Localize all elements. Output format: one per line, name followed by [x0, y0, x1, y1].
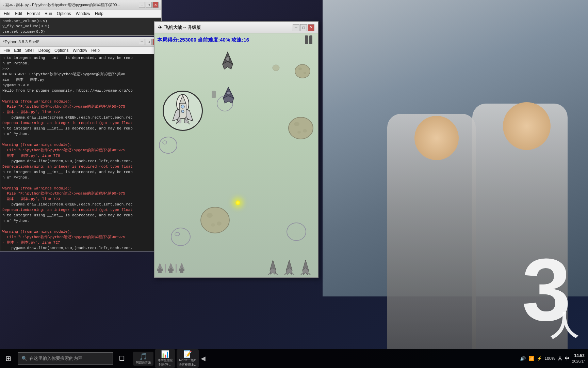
- svg-point-25: [163, 141, 167, 144]
- game-pause-button[interactable]: [305, 35, 312, 44]
- search-box[interactable]: 🔍 在这里输入你要搜索的内容: [18, 352, 113, 365]
- svg-rect-40: [160, 271, 162, 273]
- svg-point-22: [303, 129, 307, 133]
- shell-menu-shell[interactable]: Shell: [23, 47, 36, 53]
- windows-logo-btn[interactable]: ⊞: [0, 349, 16, 368]
- game-lives-left: [157, 261, 201, 275]
- svg-rect-54: [182, 271, 183, 273]
- svg-marker-58: [275, 273, 278, 275]
- svg-point-28: [217, 221, 222, 226]
- svg-point-32: [171, 228, 190, 246]
- taskbar-app-ncre[interactable]: 📝 NCRE二级C语言模拟上...: [177, 349, 199, 368]
- svg-point-19: [304, 72, 306, 74]
- svg-marker-57: [267, 273, 271, 275]
- tray-volume[interactable]: 🔊: [520, 356, 526, 361]
- task-view-btn[interactable]: ❑: [114, 351, 129, 366]
- shell-menu-window[interactable]: Window: [71, 47, 89, 53]
- svg-point-20: [289, 117, 313, 139]
- idle-minimize-btn[interactable]: ─: [139, 2, 145, 8]
- svg-rect-44: [168, 269, 170, 271]
- search-placeholder: 在这里输入你要搜索的内容: [29, 355, 82, 362]
- svg-point-29: [211, 223, 215, 227]
- tray-network[interactable]: 📶: [528, 356, 534, 361]
- idle-close-btn[interactable]: ✕: [152, 2, 159, 8]
- game-content: 本局得分:253000 当前难度:40% 攻速:16: [154, 33, 318, 277]
- menu-file[interactable]: File: [2, 11, 12, 17]
- svg-marker-62: [291, 273, 295, 275]
- shell-titlebar[interactable]: *Python 3.8.3 Shell* ─ □ ✕: [0, 37, 161, 47]
- svg-marker-61: [284, 273, 287, 275]
- idle-title: - 副本 - 副本.py - F:\python软件\python笔记\pyga…: [3, 2, 120, 7]
- battery-percent: 100%: [545, 356, 555, 361]
- svg-marker-36: [158, 263, 162, 268]
- shell-maximize-btn[interactable]: □: [146, 39, 152, 45]
- svg-point-30: [287, 223, 306, 241]
- svg-point-34: [273, 65, 279, 71]
- shell-minimize-btn[interactable]: ─: [139, 39, 145, 45]
- svg-rect-45: [172, 269, 174, 271]
- game-title-area: ✈ 飞机大战 -- 升级版: [158, 24, 201, 31]
- menu-edit[interactable]: Edit: [13, 11, 24, 17]
- asteroid-7: [170, 227, 192, 248]
- svg-marker-43: [169, 263, 173, 268]
- svg-point-17: [295, 64, 310, 78]
- shell-menu-edit[interactable]: Edit: [12, 47, 23, 53]
- game-score-display: 本局得分:253000 当前难度:40% 攻速:16: [157, 37, 249, 43]
- menu-window[interactable]: Window: [74, 11, 92, 17]
- asteroid-3: [158, 136, 178, 156]
- menu-options[interactable]: Options: [55, 11, 73, 17]
- game-close-btn[interactable]: ✕: [308, 24, 314, 31]
- game-maximize-btn[interactable]: □: [300, 24, 307, 31]
- svg-point-12: [181, 110, 184, 113]
- shell-window[interactable]: *Python 3.8.3 Shell* ─ □ ✕ File Edit She…: [0, 37, 162, 251]
- shell-content: n to integers using __int__ is deprecate…: [0, 54, 161, 251]
- svg-point-21: [294, 122, 299, 126]
- svg-rect-53: [180, 271, 182, 273]
- player-ship-circle: [163, 91, 203, 131]
- idle-maximize-btn[interactable]: □: [146, 2, 152, 8]
- svg-rect-39: [158, 271, 160, 273]
- tray-lang: 中: [565, 355, 569, 362]
- idle-titlebar[interactable]: - 副本 - 副本.py - F:\python软件\python笔记\pyga…: [0, 0, 161, 10]
- menu-format[interactable]: Format: [25, 11, 42, 17]
- svg-point-18: [298, 67, 302, 70]
- taskbar: ⊞ 🔍 在这里输入你要搜索的内容 ❑ 🎵 网易云音乐 📊 修学生信息列表(学..…: [0, 349, 588, 368]
- taskbar-app-table[interactable]: 📊 修学生信息列表(学...: [155, 349, 175, 368]
- taskbar-app-netease[interactable]: 🎵 网易云音乐: [133, 352, 153, 366]
- search-icon: 🔍: [21, 356, 27, 361]
- obstacle-dot: [212, 91, 216, 98]
- menu-help[interactable]: Help: [93, 11, 105, 17]
- idle-menubar: File Edit Format Run Options Window Help: [0, 10, 161, 18]
- svg-point-23: [297, 131, 301, 134]
- taskbar-scroll-left[interactable]: ◀: [201, 355, 206, 362]
- asteroid-4: [199, 205, 231, 236]
- shell-menu-options[interactable]: Options: [53, 47, 70, 53]
- svg-rect-51: [179, 269, 181, 271]
- svg-point-27: [207, 213, 213, 218]
- taskbar-clock: 14:52 2020/1/: [572, 353, 585, 364]
- svg-point-26: [201, 207, 229, 233]
- svg-point-24: [159, 137, 177, 153]
- svg-marker-50: [180, 263, 184, 268]
- idle-editor-window[interactable]: - 副本 - 副本.py - F:\python软件\python笔记\pyga…: [0, 0, 162, 36]
- svg-rect-48: [176, 264, 177, 273]
- game-minimize-btn[interactable]: ─: [293, 24, 299, 31]
- asteroid-2: [287, 115, 314, 142]
- game-window[interactable]: ✈ 飞机大战 -- 升级版 ─ □ ✕ 本局得分:253000 当前难度:40%…: [154, 21, 318, 278]
- svg-point-33: [175, 232, 180, 236]
- game-titlebar[interactable]: ✈ 飞机大战 -- 升级版 ─ □ ✕: [154, 22, 318, 33]
- bullet: [235, 200, 240, 205]
- asteroid-1: [294, 63, 311, 80]
- shell-menu-file[interactable]: File: [2, 47, 12, 53]
- shell-menu-debug[interactable]: Debug: [37, 47, 52, 53]
- asteroid-tiny: [272, 64, 280, 73]
- tray-keyboard-indicator: 人: [558, 355, 562, 362]
- svg-marker-66: [308, 273, 311, 275]
- enemy-ship-1: [219, 50, 236, 72]
- game-lives-right: [267, 258, 315, 275]
- svg-rect-52: [182, 269, 184, 271]
- svg-point-11: [181, 105, 184, 108]
- svg-rect-47: [171, 271, 173, 273]
- menu-run[interactable]: Run: [43, 11, 54, 17]
- shell-menu-help[interactable]: Help: [89, 47, 101, 53]
